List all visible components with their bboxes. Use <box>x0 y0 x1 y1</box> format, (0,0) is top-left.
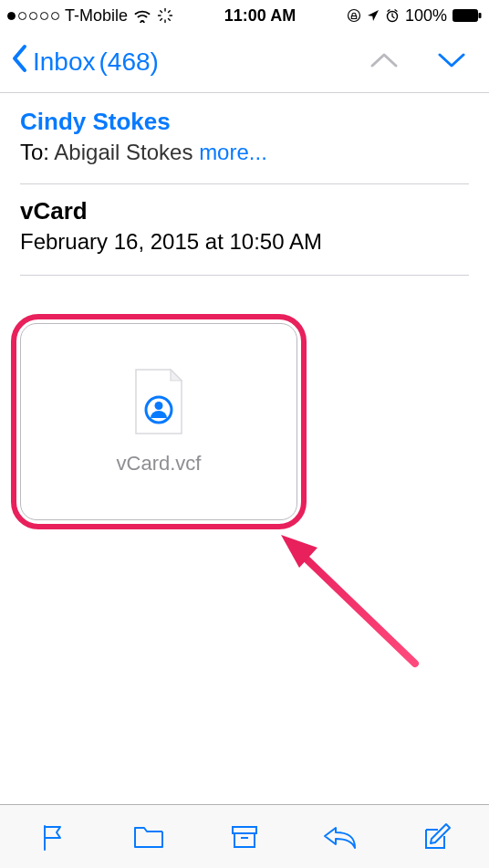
status-left: T-Mobile <box>7 6 173 26</box>
back-folder-label: Inbox <box>33 47 96 77</box>
unread-count: (468) <box>99 47 159 77</box>
reply-button[interactable] <box>320 817 360 857</box>
carrier-label: T-Mobile <box>65 6 128 26</box>
bottom-toolbar <box>0 804 489 868</box>
svg-rect-12 <box>478 13 481 18</box>
chevron-left-icon <box>11 43 29 80</box>
recipient-name[interactable]: Abigail Stokes <box>54 140 192 164</box>
battery-icon <box>453 9 482 22</box>
svg-point-14 <box>155 402 163 410</box>
alarm-icon <box>385 8 400 23</box>
sender-name[interactable]: Cindy Stokes <box>20 108 469 136</box>
archive-button[interactable] <box>224 817 265 857</box>
to-label: To: <box>20 140 49 164</box>
svg-line-6 <box>161 19 162 21</box>
compose-button[interactable] <box>416 817 456 857</box>
svg-line-15 <box>297 549 415 664</box>
status-time: 11:00 AM <box>224 6 296 26</box>
back-button[interactable]: Inbox (468) <box>11 43 159 80</box>
battery-percent: 100% <box>405 6 447 26</box>
message-header: Cindy Stokes To: Abigail Stokes more... <box>0 93 489 178</box>
annotation-arrow <box>265 522 429 677</box>
subject-text: vCard <box>20 197 469 225</box>
vcard-attachment[interactable]: vCard.vcf <box>20 323 297 520</box>
orientation-lock-icon <box>347 8 361 23</box>
location-icon <box>367 9 380 22</box>
svg-line-4 <box>161 11 162 13</box>
vcard-file-icon <box>132 368 185 435</box>
prev-message-button[interactable] <box>369 50 400 74</box>
recipient-row: To: Abigail Stokes more... <box>20 140 469 165</box>
nav-bar: Inbox (468) <box>0 31 489 93</box>
divider <box>20 275 469 276</box>
flag-button[interactable] <box>33 817 73 857</box>
next-message-button[interactable] <box>436 50 467 74</box>
status-right: 100% <box>347 6 482 26</box>
message-date: February 16, 2015 at 10:50 AM <box>20 229 469 255</box>
svg-line-5 <box>169 19 171 21</box>
svg-rect-11 <box>454 11 476 20</box>
loading-spinner-icon <box>157 7 173 24</box>
more-link[interactable]: more... <box>199 140 267 164</box>
move-button[interactable] <box>129 817 169 857</box>
attachment-filename: vCard.vcf <box>117 452 202 476</box>
status-bar: T-Mobile 11:00 AM 100% <box>0 0 489 31</box>
subject-block: vCard February 16, 2015 at 10:50 AM <box>0 184 489 269</box>
wifi-icon <box>133 8 151 23</box>
svg-line-7 <box>169 11 171 13</box>
svg-rect-16 <box>233 827 256 833</box>
signal-strength-dots <box>7 12 59 20</box>
